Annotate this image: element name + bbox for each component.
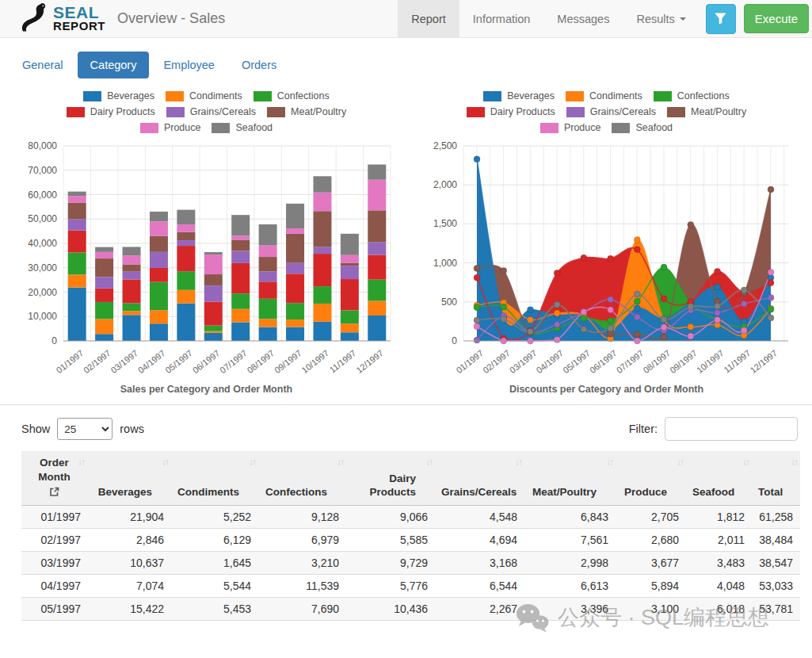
sort-arrows-icon[interactable]: ↓↑ [791,457,797,469]
cell-value: 1,645 [171,551,258,574]
column-header-seafood[interactable]: ↓↑Seafood [686,451,752,505]
cell-value: 10,436 [346,597,435,620]
column-header-confections[interactable]: ↓↑Confections [258,451,346,505]
column-header-grains-cereals[interactable]: ↓↑Grains/Cereals [435,451,524,505]
svg-text:07/1997: 07/1997 [615,348,646,375]
top-navbar: SEAL REPORT Overview - Sales ReportInfor… [0,0,812,38]
column-header-total[interactable]: ↓↑Total [752,451,800,505]
nav-item-label: Messages [557,13,609,25]
sort-arrows-icon[interactable]: ↓↑ [425,457,432,469]
sort-arrows-icon[interactable]: ↓↑ [742,457,749,469]
svg-text:04/1997: 04/1997 [136,348,167,375]
legend-item-condiments[interactable]: Condiments [566,90,642,101]
cell-order-month: 03/1997 [21,551,87,574]
sort-arrows-icon[interactable]: ↓↑ [677,457,683,469]
svg-text:02/1997: 02/1997 [82,348,112,375]
legend-label: Condiments [589,90,642,101]
tab-category[interactable]: Category [78,52,150,78]
cell-value: 5,252 [171,505,258,528]
legend-swatch-icon [140,123,158,133]
svg-text:08/1997: 08/1997 [642,348,673,375]
results-table: ↓↑Order Month↓↑Beverages↓↑Condiments↓↑Co… [21,451,800,621]
cell-value: 3,168 [435,551,524,574]
legend-item-grains-cereals[interactable]: Grains/Cereals [566,106,656,117]
sort-arrows-icon[interactable]: ↓↑ [162,457,168,469]
cell-value: 7,561 [524,528,616,551]
execute-button[interactable]: Execute [744,4,809,33]
nav-item-label: Report [411,13,446,25]
caret-down-icon [680,17,686,21]
legend-label: Confections [677,90,730,101]
sort-arrows-icon[interactable]: ↓↑ [515,457,521,469]
table-filter-input[interactable] [665,417,798,441]
column-header-label: Produce [622,485,667,499]
rows-label: rows [120,423,144,435]
cell-value: 61,258 [752,505,800,528]
legend-item-confections[interactable]: Confections [254,90,330,101]
legend-swatch-icon [166,91,184,101]
legend-swatch-icon [566,91,584,101]
discounts-area-chart: 05001,0001,5002,0002,50001/199702/199703… [406,136,806,379]
nav-item-results[interactable]: Results [623,0,699,37]
column-header-condiments[interactable]: ↓↑Condiments [171,451,258,505]
sort-arrows-icon[interactable]: ↓↑ [78,457,84,469]
tab-orders[interactable]: Orders [229,52,289,78]
sales-chart-panel: BeveragesCondimentsConfectionsDairy Prod… [6,89,406,395]
nav-item-label: Information [473,13,531,25]
column-header-order-month[interactable]: ↓↑Order Month [21,451,87,505]
cell-order-month: 04/1997 [21,574,87,597]
legend-item-dairy-products[interactable]: Dairy Products [67,106,155,117]
app-logo[interactable]: SEAL REPORT [21,0,105,37]
legend-item-beverages[interactable]: Beverages [83,90,154,101]
table-row: 03/199710,6371,6453,2109,7293,1682,9983,… [21,551,800,574]
legend-item-meat-poultry[interactable]: Meat/Poultry [267,106,346,117]
cell-value: 9,729 [346,551,435,574]
external-link-icon[interactable] [49,487,59,497]
legend-swatch-icon [540,123,558,133]
legend-swatch-icon [483,91,501,101]
column-header-beverages[interactable]: ↓↑Beverages [87,451,171,505]
page-title: Overview - Sales [117,10,225,27]
legend-item-grains-cereals[interactable]: Grains/Cereals [166,106,256,117]
tab-general[interactable]: General [10,52,76,78]
legend-item-produce[interactable]: Produce [540,122,601,133]
svg-text:02/1997: 02/1997 [481,348,512,375]
legend-swatch-icon [267,107,285,117]
sort-arrows-icon[interactable]: ↓↑ [337,457,343,469]
sort-arrows-icon[interactable]: ↓↑ [606,457,612,469]
legend-item-beverages[interactable]: Beverages [483,90,555,101]
svg-text:01/1997: 01/1997 [455,348,486,375]
page-size-select[interactable]: 25 [57,418,112,440]
nav-item-report[interactable]: Report [398,0,459,37]
column-header-dairy-products[interactable]: ↓↑Dairy Products [346,451,435,505]
legend-item-condiments[interactable]: Condiments [166,90,242,101]
legend-swatch-icon [166,107,185,117]
legend-swatch-icon [654,91,672,101]
column-header-produce[interactable]: ↓↑Produce [616,451,686,505]
cell-value: 7,074 [87,574,171,597]
legend-swatch-icon [467,107,485,117]
brand-line2: REPORT [53,21,105,32]
column-header-meat-poultry[interactable]: ↓↑Meat/Poultry [524,451,616,505]
legend-item-seafood[interactable]: Seafood [612,122,673,133]
legend-item-confections[interactable]: Confections [654,90,730,101]
svg-text:0: 0 [452,335,457,346]
charts-section: BeveragesCondimentsConfectionsDairy Prod… [0,89,812,395]
column-header-label: Seafood [692,485,733,499]
legend-item-meat-poultry[interactable]: Meat/Poultry [667,106,746,117]
legend-label: Grains/Cereals [190,106,256,117]
table-row: 01/199721,9045,2529,1289,0664,5486,8432,… [21,505,800,528]
legend-item-seafood[interactable]: Seafood [212,122,273,133]
nav-item-information[interactable]: Information [459,0,544,37]
cell-value: 3,396 [524,597,616,620]
legend-item-produce[interactable]: Produce [140,122,201,133]
sort-arrows-icon[interactable]: ↓↑ [249,457,255,469]
filter-button[interactable] [706,4,736,34]
svg-text:1,500: 1,500 [433,218,457,229]
svg-text:12/1997: 12/1997 [354,348,385,375]
nav-item-label: Results [636,13,674,25]
legend-item-dairy-products[interactable]: Dairy Products [467,106,555,117]
svg-text:07/1997: 07/1997 [218,348,249,375]
nav-item-messages[interactable]: Messages [543,0,623,37]
tab-employee[interactable]: Employee [151,52,227,78]
